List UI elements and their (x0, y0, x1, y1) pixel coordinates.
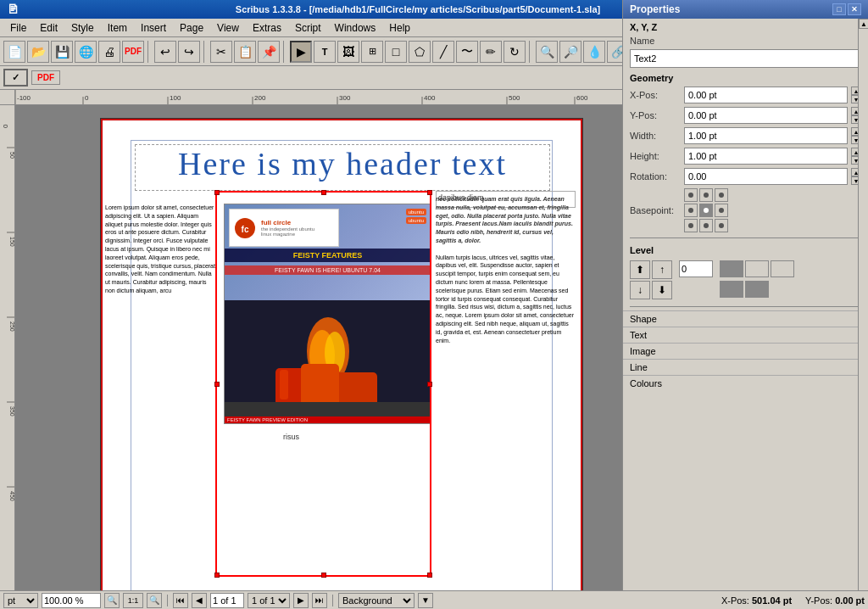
header-frame[interactable]: Here is my header text (135, 144, 550, 191)
menu-item-script[interactable]: Script (288, 20, 328, 36)
print-flag-button[interactable] (745, 281, 769, 298)
bp-tr[interactable] (715, 188, 728, 202)
paste-button[interactable]: 📌 (258, 41, 280, 63)
last-page-button[interactable]: ⏭ (312, 593, 327, 608)
select-tool[interactable]: ▶ (290, 41, 312, 63)
prop-scrollbar[interactable]: ▲ ▼ (858, 105, 868, 609)
web-button[interactable]: 🌐 (75, 41, 97, 63)
menu-item-style[interactable]: Style (64, 20, 101, 36)
bp-br[interactable] (715, 219, 728, 232)
shape-tool[interactable]: □ (385, 41, 407, 63)
menu-item-windows[interactable]: Windows (328, 20, 383, 36)
svg-text:200: 200 (254, 94, 266, 102)
ubuntu-badge-1: ubuntu (406, 209, 426, 215)
bp-mc[interactable] (699, 204, 713, 217)
menu-item-view[interactable]: View (210, 20, 246, 36)
rotate-tool[interactable]: ↻ (504, 41, 526, 63)
line-tab[interactable]: Line (623, 359, 868, 375)
pdf-export-button[interactable]: PDF (122, 41, 144, 63)
bp-bl[interactable] (684, 219, 698, 232)
unit-select[interactable]: pt mm in (3, 593, 38, 608)
bp-tl[interactable] (684, 188, 698, 202)
menu-item-item[interactable]: Item (101, 20, 134, 36)
menu-item-edit[interactable]: Edit (33, 20, 64, 36)
text-tab[interactable]: Text (623, 327, 868, 343)
bp-bc[interactable] (699, 219, 713, 232)
zoom-reset-button[interactable]: 1:1 (123, 593, 143, 608)
bp-ml[interactable] (684, 204, 698, 217)
image-subtitle-text: FEISTY FAWN IS HERE! UBUNTU 7.04 (229, 267, 426, 273)
copy-button[interactable]: 📋 (234, 41, 256, 63)
save-button[interactable]: 💾 (51, 41, 73, 63)
layer-select[interactable]: Background (338, 593, 415, 608)
handle-bc[interactable] (321, 573, 326, 578)
menu-item-insert[interactable]: Insert (134, 20, 173, 36)
menu-item-help[interactable]: Help (382, 20, 417, 36)
document-page: Here is my header text dapibus diam Lore… (100, 118, 583, 609)
svg-text:150: 150 (9, 237, 15, 247)
lock-size-button[interactable] (745, 260, 769, 277)
zoom-input[interactable] (42, 593, 101, 608)
colours-tab[interactable]: Colours (623, 375, 868, 391)
level-to-bottom-button[interactable]: ⬇ (652, 281, 672, 299)
level-down-button[interactable]: ↓ (630, 281, 650, 299)
bezier-tool[interactable]: 〜 (456, 41, 478, 63)
level-arrow-col: ⬆ ↑ ↓ ⬇ (630, 260, 672, 299)
layer-dropdown-button[interactable]: ▼ (418, 593, 433, 608)
image-tab[interactable]: Image (623, 343, 868, 359)
height-label: Height: (630, 151, 681, 161)
svg-text:50: 50 (9, 152, 15, 159)
risus-label: risus (283, 433, 299, 441)
bp-tc[interactable] (699, 188, 713, 202)
bp-mr[interactable] (715, 204, 728, 217)
flip-h-button[interactable] (771, 260, 794, 277)
polygon-tool[interactable]: ⬠ (409, 41, 431, 63)
flip-v-button[interactable] (720, 281, 743, 298)
rotation-row: Rotation: ▲ ▼ (623, 166, 868, 187)
zoom-in-status-button[interactable]: 🔍 (147, 593, 162, 608)
ypos-input[interactable] (684, 107, 848, 124)
svg-text:-100: -100 (17, 94, 31, 102)
cut-button[interactable]: ✂ (210, 41, 232, 63)
menu-item-file[interactable]: File (3, 20, 33, 36)
center-image-frame[interactable]: fc full circle the independent ubuntu li… (224, 204, 431, 424)
print-button[interactable]: 🖨 (98, 41, 120, 63)
table-tool[interactable]: ⊞ (361, 41, 383, 63)
freehand-tool[interactable]: ✏ (480, 41, 502, 63)
ok-button[interactable]: ✓ (3, 69, 28, 87)
zoom-mode-button[interactable]: 🔎 (559, 41, 581, 63)
height-input[interactable] (684, 148, 848, 165)
new-button[interactable]: 📄 (3, 41, 25, 63)
ypos-row: Y-Pos: ▲ ▼ (623, 105, 868, 126)
rotation-input[interactable] (684, 168, 848, 185)
first-page-button[interactable]: ⏮ (173, 593, 188, 608)
svg-text:500: 500 (509, 94, 520, 102)
line-tool[interactable]: ╱ (432, 41, 454, 63)
pdf-button[interactable]: PDF (31, 70, 60, 85)
level-to-top-button[interactable]: ⬆ (630, 260, 650, 279)
menu-item-extras[interactable]: Extras (246, 20, 288, 36)
lock-position-button[interactable] (720, 260, 743, 277)
next-page-button[interactable]: ▶ (293, 593, 309, 608)
svg-text:350: 350 (9, 406, 15, 416)
page-input[interactable] (210, 593, 244, 608)
zoom-out-status-button[interactable]: 🔍 (104, 593, 120, 608)
image-frame-tool[interactable]: 🖼 (337, 41, 359, 63)
page-select[interactable]: 1 of 1 (248, 593, 290, 608)
menu-item-page[interactable]: Page (173, 20, 210, 36)
eyedropper-button[interactable]: 💧 (583, 41, 605, 63)
main-layout: -100 0 100 200 300 400 500 600 (0, 90, 868, 609)
level-value-input[interactable] (679, 260, 713, 277)
width-input[interactable] (684, 127, 848, 144)
prev-page-button[interactable]: ◀ (192, 593, 207, 608)
shape-tab[interactable]: Shape (623, 310, 868, 327)
open-button[interactable]: 📂 (27, 41, 49, 63)
text-frame-tool[interactable]: T (314, 41, 336, 63)
redo-button[interactable]: ↪ (178, 41, 200, 63)
zoom-in-button[interactable]: 🔍 (536, 41, 558, 63)
prop-divider-1 (630, 237, 861, 238)
height-row: Height: ▲ ▼ (623, 146, 868, 166)
handle-br[interactable] (427, 573, 432, 578)
level-up-button[interactable]: ↑ (652, 260, 672, 279)
undo-button[interactable]: ↩ (154, 41, 176, 63)
